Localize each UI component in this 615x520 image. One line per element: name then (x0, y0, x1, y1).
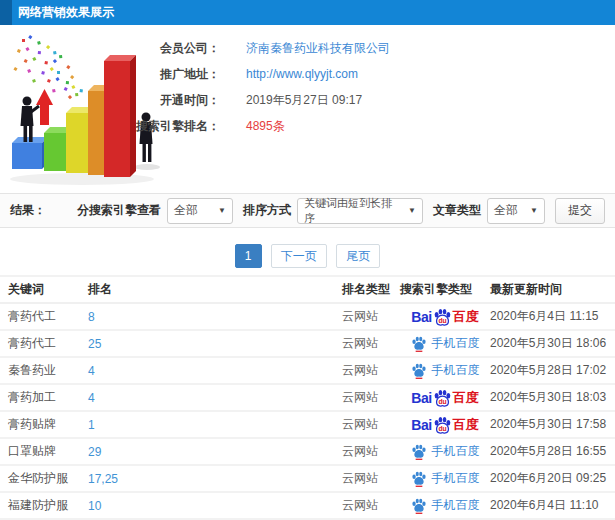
table-row: 膏药贴牌 1 云网站 Bai du 百度 2020年5月30日 17:58 (0, 412, 615, 439)
rank-type-cell: 云网站 (342, 389, 400, 406)
mobile-baidu-label: 手机百度 (432, 335, 480, 352)
table-row: 膏药代工 25 云网站 手机百度 2020年5月30日 18:06 (0, 331, 615, 358)
header-rank-type: 排名类型 (342, 281, 400, 298)
table-row: 膏药代工 8 云网站 Bai du 百度 2020年6月4日 11:15 (0, 304, 615, 331)
mobile-baidu-logo: 手机百度 (411, 497, 480, 514)
engine-cell: Bai du 百度 (400, 416, 490, 434)
last-page-button[interactable]: 尾页 (336, 244, 380, 268)
rank-type-cell: 云网站 (342, 470, 400, 487)
keyword-cell: 福建防护服 (8, 497, 88, 514)
rank-link[interactable]: 1 (88, 418, 95, 432)
engine-filter-label: 分搜索引擎查看 (77, 202, 161, 219)
header-engine-type: 搜索引擎类型 (400, 281, 490, 298)
rank-link[interactable]: 4 (88, 391, 95, 405)
title-bar: 网络营销效果展示 (0, 0, 615, 25)
company-link[interactable]: 济南秦鲁药业科技有限公司 (246, 40, 390, 57)
baidu-logo-cn: 百度 (453, 416, 479, 434)
rank-link[interactable]: 4 (88, 364, 95, 378)
baidu-logo-bai: Bai (411, 309, 431, 325)
rank-type-cell: 云网站 (342, 443, 400, 460)
pagination: 1 下一页 尾页 (0, 244, 615, 268)
baidu-logo: Bai du 百度 (411, 389, 478, 407)
rank-link[interactable]: 25 (88, 337, 101, 351)
rank-count-value: 4895条 (246, 118, 285, 135)
mobile-baidu-label: 手机百度 (432, 362, 480, 379)
keyword-cell: 口罩贴牌 (8, 443, 88, 460)
mobile-baidu-logo: 手机百度 (411, 362, 480, 379)
rank-type-cell: 云网站 (342, 497, 400, 514)
table-row: 福建防护服 10 云网站 手机百度 2020年6月4日 11:10 (0, 493, 615, 520)
updated-cell: 2020年5月30日 18:06 (490, 335, 615, 352)
member-info-section: 会员公司： 济南秦鲁药业科技有限公司 推广地址： http://www.qlyy… (0, 25, 615, 193)
keyword-cell: 膏药代工 (8, 308, 88, 325)
mobile-baidu-logo: 手机百度 (411, 443, 480, 460)
rank-link[interactable]: 8 (88, 310, 95, 324)
updated-cell: 2020年5月30日 17:58 (490, 416, 615, 433)
info-row-open-time: 开通时间： 2019年5月27日 09:17 (120, 92, 605, 109)
info-fields: 会员公司： 济南秦鲁药业科技有限公司 推广地址： http://www.qlyy… (120, 40, 605, 144)
engine-cell: Bai du 百度 (400, 308, 490, 326)
rank-link[interactable]: 17,25 (88, 472, 118, 486)
engine-cell: 手机百度 (400, 335, 490, 352)
mobile-baidu-paw-icon (411, 498, 427, 514)
baidu-logo: Bai du 百度 (411, 416, 478, 434)
updated-cell: 2020年5月30日 18:03 (490, 389, 615, 406)
keyword-cell: 膏药代工 (8, 335, 88, 352)
engine-filter-select[interactable]: 全部▼ (167, 198, 233, 224)
updated-cell: 2020年5月28日 16:55 (490, 443, 615, 460)
submit-button[interactable]: 提交 (555, 198, 605, 224)
rank-type-cell: 云网站 (342, 416, 400, 433)
baidu-paw-icon: du (433, 389, 452, 407)
engine-cell: 手机百度 (400, 443, 490, 460)
info-row-company: 会员公司： 济南秦鲁药业科技有限公司 (120, 40, 605, 57)
table-row: 口罩贴牌 29 云网站 手机百度 2020年5月28日 16:55 (0, 439, 615, 466)
keyword-cell: 金华防护服 (8, 470, 88, 487)
mobile-baidu-label: 手机百度 (432, 443, 480, 460)
mobile-baidu-label: 手机百度 (432, 470, 480, 487)
confetti (13, 35, 83, 99)
businessman-left (21, 97, 40, 143)
sort-filter-select[interactable]: 关键词由短到长排序▼ (297, 198, 423, 224)
ranking-table: 关键词 排名 排名类型 搜索引擎类型 最新更新时间 膏药代工 8 云网站 Bai… (0, 275, 615, 520)
table-row: 金华防护服 17,25 云网站 手机百度 2020年6月20日 09:25 (0, 466, 615, 493)
mobile-baidu-paw-icon (411, 471, 427, 487)
header-rank: 排名 (88, 281, 342, 298)
table-body: 膏药代工 8 云网站 Bai du 百度 2020年6月4日 11:15 膏药代… (0, 304, 615, 520)
keyword-cell: 秦鲁药业 (8, 362, 88, 379)
baidu-logo-cn: 百度 (453, 308, 479, 326)
mobile-baidu-label: 手机百度 (432, 497, 480, 514)
rank-link[interactable]: 29 (88, 445, 101, 459)
chevron-down-icon: ▼ (218, 206, 226, 215)
sort-filter-label: 排序方式 (243, 202, 291, 219)
baidu-paw-icon: du (433, 308, 452, 326)
updated-cell: 2020年6月20日 09:25 (490, 470, 615, 487)
promo-url-label: 推广地址： (120, 66, 220, 83)
article-type-select[interactable]: 全部▼ (487, 198, 545, 224)
rank-type-cell: 云网站 (342, 308, 400, 325)
engine-cell: Bai du 百度 (400, 389, 490, 407)
table-header-row: 关键词 排名 排名类型 搜索引擎类型 最新更新时间 (0, 277, 615, 304)
header-keyword: 关键词 (8, 281, 88, 298)
rank-link[interactable]: 10 (88, 499, 101, 513)
promo-url-link[interactable]: http://www.qlyyjt.com (246, 66, 358, 83)
updated-cell: 2020年6月4日 11:10 (490, 497, 615, 514)
company-label: 会员公司： (120, 40, 220, 57)
open-time-label: 开通时间： (120, 92, 220, 109)
engine-cell: 手机百度 (400, 497, 490, 514)
keyword-cell: 膏药加工 (8, 389, 88, 406)
next-page-button[interactable]: 下一页 (271, 244, 327, 268)
updated-cell: 2020年6月4日 11:15 (490, 308, 615, 325)
mobile-baidu-paw-icon (411, 363, 427, 379)
baidu-logo: Bai du 百度 (411, 308, 478, 326)
open-time-value: 2019年5月27日 09:17 (246, 92, 362, 109)
baidu-logo-bai: Bai (411, 417, 431, 433)
svg-text:du: du (438, 317, 446, 324)
mobile-baidu-paw-icon (411, 444, 427, 460)
baidu-logo-bai: Bai (411, 390, 431, 406)
rank-count-label: 搜索引擎排名： (120, 118, 220, 135)
engine-cell: 手机百度 (400, 470, 490, 487)
page-1-button[interactable]: 1 (235, 244, 262, 268)
engine-cell: 手机百度 (400, 362, 490, 379)
table-row: 膏药加工 4 云网站 Bai du 百度 2020年5月30日 18:03 (0, 385, 615, 412)
info-row-rank-count: 搜索引擎排名： 4895条 (120, 118, 605, 135)
